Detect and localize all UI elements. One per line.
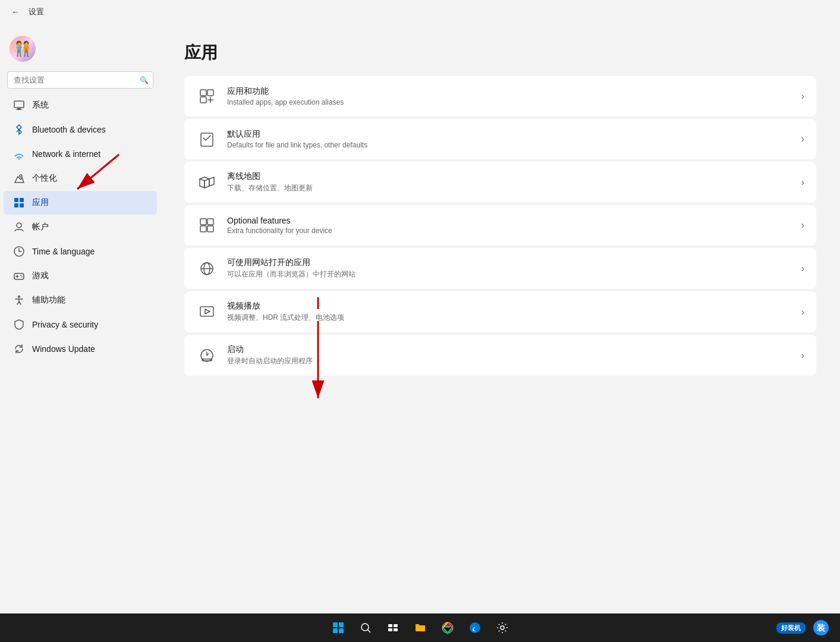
sidebar-item-personalization[interactable]: 个性化 (4, 166, 157, 190)
settings-item-web-apps[interactable]: 可使用网站打开的应用 可以在应用（而非浏览器）中打开的网站 › (184, 248, 816, 289)
apps-features-text: 应用和功能 Installed apps, app execution alia… (227, 86, 792, 106)
svg-point-14 (18, 295, 20, 298)
svg-line-35 (367, 630, 370, 632)
sidebar-label-personalization: 个性化 (32, 173, 57, 184)
window-title: 设置 (29, 7, 44, 17)
search-icon: 🔍 (140, 76, 149, 84)
sidebar-item-gaming[interactable]: 游戏 (4, 264, 157, 288)
startup-chevron: › (801, 350, 804, 361)
video-playback-chevron: › (801, 307, 804, 317)
svg-point-42 (470, 622, 480, 633)
svg-rect-39 (394, 628, 398, 631)
taskbar-taskview[interactable] (381, 616, 405, 640)
settings-item-apps-features[interactable]: 应用和功能 Installed apps, app execution alia… (184, 76, 816, 117)
personalization-icon (13, 172, 25, 184)
sidebar-label-system: 系统 (32, 100, 49, 111)
svg-point-12 (20, 275, 21, 276)
svg-rect-6 (20, 198, 24, 202)
svg-rect-23 (200, 226, 206, 232)
optional-features-icon (196, 215, 218, 236)
taskbar-brand-badge: 好装机 (776, 622, 806, 634)
privacy-icon (13, 319, 25, 331)
taskbar-edge[interactable] (463, 616, 487, 640)
gaming-icon (13, 270, 25, 282)
svg-text:装: 装 (817, 623, 826, 632)
title-bar: ← 设置 (0, 0, 840, 24)
offline-maps-desc: 下载、存储位置、地图更新 (227, 183, 792, 193)
taskbar-explorer[interactable] (408, 616, 432, 640)
default-apps-text: 默认应用 Defaults for file and link types, o… (227, 129, 792, 149)
sidebar-item-time[interactable]: Time & language (4, 240, 157, 263)
web-apps-chevron: › (801, 263, 804, 274)
svg-rect-38 (388, 628, 392, 631)
offline-maps-icon (196, 172, 218, 193)
offline-maps-text: 离线地图 下载、存储位置、地图更新 (227, 171, 792, 193)
sidebar-item-apps[interactable]: 应用 (4, 191, 157, 215)
optional-features-chevron: › (801, 220, 804, 231)
startup-desc: 登录时自动启动的应用程序 (227, 356, 792, 366)
svg-point-3 (18, 158, 20, 159)
settings-item-default-apps[interactable]: 默认应用 Defaults for file and link types, o… (184, 119, 816, 159)
sidebar-label-accounts: 帐户 (32, 222, 49, 232)
settings-item-startup[interactable]: 启动 登录时自动启动的应用程序 › (184, 335, 816, 376)
sidebar-label-privacy: Privacy & security (32, 320, 98, 329)
windows-logo (333, 622, 344, 633)
svg-point-13 (21, 276, 23, 278)
bluetooth-icon (13, 124, 25, 136)
default-apps-icon (196, 128, 218, 150)
taskbar-settings[interactable] (490, 616, 514, 640)
taskbar-chrome[interactable] (436, 616, 460, 640)
video-playback-desc: 视频调整、HDR 流式处理、电池选项 (227, 313, 792, 323)
windows-button[interactable] (326, 616, 350, 640)
svg-rect-24 (207, 226, 213, 232)
web-apps-desc: 可以在应用（而非浏览器）中打开的网站 (227, 269, 792, 279)
sidebar-item-system[interactable]: 系统 (4, 93, 157, 117)
sidebar-item-network[interactable]: Network & internet (4, 142, 157, 166)
svg-rect-22 (207, 219, 213, 225)
startup-text: 启动 登录时自动启动的应用程序 (227, 344, 792, 366)
accounts-icon (13, 221, 25, 233)
settings-list: 应用和功能 Installed apps, app execution alia… (184, 76, 816, 376)
svg-rect-1 (17, 108, 21, 109)
taskbar: 好装机 装 (0, 613, 840, 642)
svg-rect-8 (20, 203, 24, 207)
search-box: 🔍 (7, 71, 153, 89)
sidebar-item-privacy[interactable]: Privacy & security (4, 313, 157, 336)
apps-features-title: 应用和功能 (227, 86, 792, 97)
system-icon (13, 99, 25, 111)
startup-icon (196, 345, 218, 366)
apps-features-desc: Installed apps, app execution aliases (227, 98, 792, 106)
sidebar-label-time: Time & language (32, 247, 95, 256)
svg-rect-7 (14, 203, 18, 207)
apps-features-icon (196, 86, 218, 107)
sidebar: 🧑‍🤝‍🧑 🔍 系统 Bluetooth & devices (0, 24, 161, 613)
avatar: 🧑‍🤝‍🧑 (10, 36, 36, 62)
app-container: 🧑‍🤝‍🧑 🔍 系统 Bluetooth & devices (0, 24, 840, 613)
settings-item-offline-maps[interactable]: 离线地图 下载、存储位置、地图更新 › (184, 162, 816, 203)
network-icon (13, 148, 25, 160)
settings-item-optional-features[interactable]: Optional features Extra functionality fo… (184, 205, 816, 246)
default-apps-chevron: › (801, 134, 804, 144)
sidebar-item-accounts[interactable]: 帐户 (4, 215, 157, 239)
offline-maps-title: 离线地图 (227, 171, 792, 182)
sidebar-label-apps: 应用 (32, 197, 49, 208)
svg-rect-37 (394, 624, 398, 627)
video-playback-title: 视频播放 (227, 301, 792, 311)
svg-rect-0 (14, 101, 24, 108)
back-button[interactable]: ← (7, 4, 24, 20)
svg-point-43 (501, 626, 504, 630)
video-playback-icon (196, 301, 218, 323)
settings-item-video-playback[interactable]: 视频播放 视频调整、HDR 流式处理、电池选项 › (184, 291, 816, 332)
search-input[interactable] (7, 71, 153, 89)
sidebar-item-accessibility[interactable]: 辅助功能 (4, 288, 157, 312)
taskbar-right: 好装机 装 (776, 616, 833, 640)
svg-rect-36 (388, 624, 392, 627)
sidebar-item-update[interactable]: Windows Update (4, 337, 157, 361)
taskbar-search[interactable] (354, 616, 377, 640)
taskbar-brand-icon[interactable]: 装 (809, 616, 833, 640)
user-profile: 🧑‍🤝‍🧑 (0, 29, 161, 69)
default-apps-title: 默认应用 (227, 129, 792, 140)
svg-rect-5 (14, 198, 18, 202)
svg-rect-16 (207, 90, 213, 96)
sidebar-item-bluetooth[interactable]: Bluetooth & devices (4, 118, 157, 141)
